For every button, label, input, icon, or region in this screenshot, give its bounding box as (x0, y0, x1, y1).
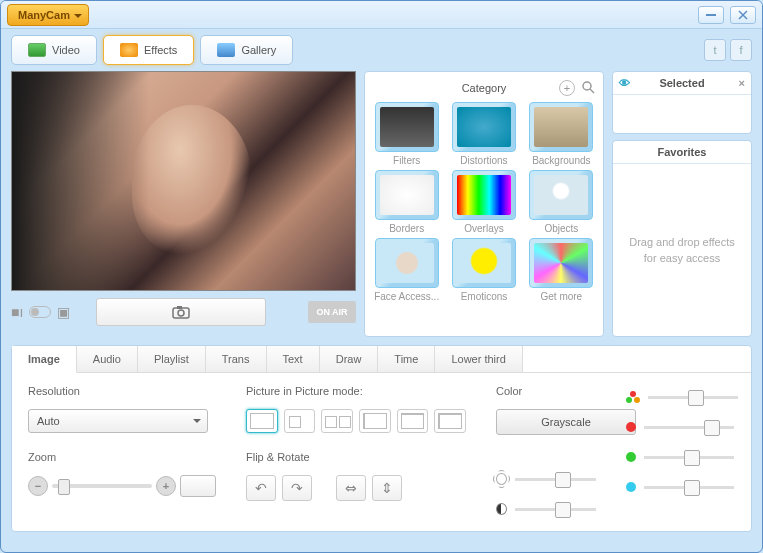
category-objects[interactable]: Objects (526, 170, 597, 234)
favorites-title: Favorites (658, 146, 707, 158)
color-label: Color (496, 385, 596, 397)
tab-gallery[interactable]: Gallery (200, 35, 293, 65)
minimize-button[interactable] (698, 6, 724, 24)
contrast-slider[interactable] (515, 508, 596, 511)
contrast-icon (496, 503, 507, 515)
flip-vertical-button[interactable]: ⇕ (372, 475, 402, 501)
svg-rect-0 (706, 14, 716, 16)
category-overlays[interactable]: Overlays (448, 170, 519, 234)
tab-effects[interactable]: Effects (103, 35, 194, 65)
tab-gallery-label: Gallery (241, 44, 276, 56)
app-menu-button[interactable]: ManyCam (7, 4, 89, 26)
zoom-in-button[interactable]: + (156, 476, 176, 496)
grayscale-button[interactable]: Grayscale (496, 409, 636, 435)
category-get-more[interactable]: Get more (526, 238, 597, 302)
pip-mode-5[interactable] (397, 409, 429, 433)
svg-point-2 (178, 310, 184, 316)
main-tabbar: Video Effects Gallery t f (1, 29, 762, 71)
pip-mode-4[interactable] (359, 409, 391, 433)
gallery-icon (217, 43, 235, 57)
red-slider[interactable] (644, 426, 734, 429)
btab-trans[interactable]: Trans (206, 346, 267, 372)
search-icon[interactable] (581, 80, 595, 96)
svg-rect-3 (177, 306, 182, 309)
snapshot-button[interactable] (96, 298, 266, 326)
effects-icon (120, 43, 138, 57)
btab-text[interactable]: Text (267, 346, 320, 372)
category-emoticons[interactable]: Emoticons (448, 238, 519, 302)
pip-mode-3[interactable] (321, 409, 353, 433)
flip-horizontal-button[interactable]: ⇔ (336, 475, 366, 501)
bottom-panel: Image Audio Playlist Trans Text Draw Tim… (11, 345, 752, 532)
btab-audio[interactable]: Audio (77, 346, 138, 372)
btab-image[interactable]: Image (12, 346, 77, 373)
video-icon (28, 43, 46, 57)
rotate-right-button[interactable]: ↷ (282, 475, 312, 501)
rgb-slider[interactable] (648, 396, 738, 399)
tab-effects-label: Effects (144, 44, 177, 56)
toggle-switch[interactable] (29, 306, 51, 318)
zoom-slider[interactable] (52, 484, 152, 488)
eye-icon: 👁 (619, 77, 630, 89)
titlebar: ManyCam (1, 1, 762, 29)
category-title: Category (462, 82, 507, 94)
pip-label: Picture in Picture mode: (246, 385, 466, 397)
twitter-button[interactable]: t (704, 39, 726, 61)
btab-draw[interactable]: Draw (320, 346, 379, 372)
brightness-slider[interactable] (515, 478, 596, 481)
btab-playlist[interactable]: Playlist (138, 346, 206, 372)
pip-mode-2[interactable] (284, 409, 316, 433)
rgb-icon (626, 391, 640, 403)
camera-snapshot-icon (172, 305, 190, 319)
blue-slider[interactable] (644, 486, 734, 489)
category-distortions[interactable]: Distortions (448, 102, 519, 166)
resolution-dropdown[interactable]: Auto (28, 409, 208, 433)
favorites-panel: Favorites Drag and drop effects for easy… (612, 140, 752, 337)
flip-label: Flip & Rotate (246, 451, 466, 463)
pip-mode-6[interactable] (434, 409, 466, 433)
onair-indicator: ON AIR (308, 301, 356, 323)
brightness-icon (496, 473, 507, 485)
close-selected-icon[interactable]: × (739, 77, 745, 89)
svg-point-4 (583, 82, 591, 90)
add-category-icon[interactable]: + (559, 80, 575, 96)
favorites-hint: Drag and drop effects for easy access (613, 164, 751, 336)
zoom-region-button[interactable] (180, 475, 216, 497)
category-filters[interactable]: Filters (371, 102, 442, 166)
selected-panel: 👁Selected× (612, 71, 752, 134)
category-borders[interactable]: Borders (371, 170, 442, 234)
pip-mode-1[interactable] (246, 409, 278, 433)
selected-title: Selected (659, 77, 704, 89)
camcorder-icon[interactable]: ■ı (11, 304, 23, 320)
green-slider[interactable] (644, 456, 734, 459)
zoom-out-button[interactable]: − (28, 476, 48, 496)
video-preview (11, 71, 356, 291)
tab-video-label: Video (52, 44, 80, 56)
facebook-button[interactable]: f (730, 39, 752, 61)
btab-time[interactable]: Time (378, 346, 435, 372)
green-icon (626, 452, 636, 462)
category-panel: Category + Filters Distortions Backgroun… (364, 71, 604, 337)
rotate-left-button[interactable]: ↶ (246, 475, 276, 501)
red-icon (626, 422, 636, 432)
zoom-label: Zoom (28, 451, 216, 463)
tab-video[interactable]: Video (11, 35, 97, 65)
btab-lower-third[interactable]: Lower third (435, 346, 522, 372)
category-face-access[interactable]: Face Access... (371, 238, 442, 302)
category-backgrounds[interactable]: Backgrounds (526, 102, 597, 166)
resolution-label: Resolution (28, 385, 216, 397)
close-button[interactable] (730, 6, 756, 24)
blue-icon (626, 482, 636, 492)
camera-icon[interactable]: ▣ (57, 304, 70, 320)
